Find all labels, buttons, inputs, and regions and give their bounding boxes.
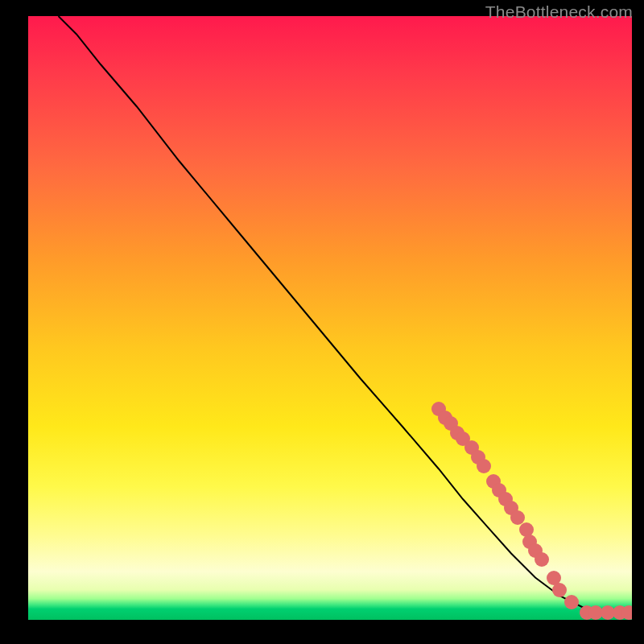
data-marker — [621, 605, 632, 620]
watermark-text: TheBottleneck.com — [485, 2, 633, 22]
chart-frame: TheBottleneck.com — [0, 0, 644, 644]
data-marker — [564, 595, 579, 609]
marker-layer — [28, 16, 632, 620]
plot-area — [28, 16, 632, 620]
data-marker — [552, 583, 567, 597]
data-marker — [535, 552, 549, 567]
data-marker — [477, 459, 491, 473]
